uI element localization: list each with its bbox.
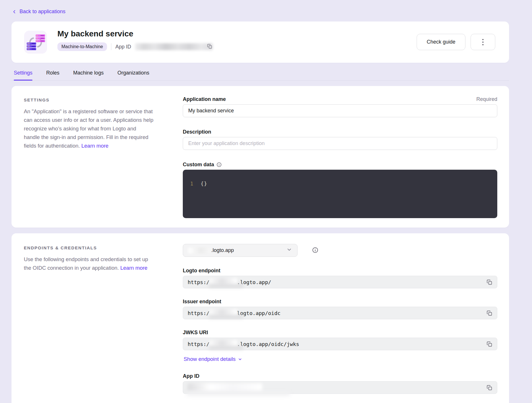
- editor-line: 1 {}: [183, 181, 497, 187]
- more-actions-button[interactable]: [471, 34, 495, 50]
- chevron-down-icon: [286, 247, 292, 254]
- application-meta-row: Machine-to-Machine App ID: [57, 42, 212, 51]
- description-label: Description: [183, 129, 211, 135]
- redaction-smudge: [209, 346, 243, 350]
- settings-section-description: An "Application" is a registered softwar…: [24, 107, 154, 150]
- editor-code: {}: [201, 181, 207, 187]
- application-type-badge: Machine-to-Machine: [57, 42, 107, 51]
- tab-organizations[interactable]: Organizations: [117, 70, 149, 80]
- redaction-smudge: [187, 391, 290, 396]
- header-actions: Check guide: [417, 34, 495, 50]
- chevron-left-icon: [12, 9, 17, 14]
- chevron-down-icon: [238, 357, 242, 361]
- back-to-applications-link[interactable]: Back to applications: [12, 9, 65, 15]
- tab-roles[interactable]: Roles: [46, 70, 59, 80]
- meta-divider: [111, 43, 111, 50]
- issuer-endpoint-field: https:/ logto.app/oidc: [183, 307, 497, 319]
- machine-to-machine-app-icon: [24, 31, 47, 54]
- jwks-uri-label: JWKS URI: [183, 330, 208, 336]
- domain-redacted-value: [188, 248, 211, 253]
- copy-icon[interactable]: [486, 341, 492, 347]
- info-circle-icon[interactable]: [216, 162, 222, 167]
- endpoints-learn-more-link[interactable]: Learn more: [120, 265, 147, 271]
- settings-card: SETTINGS An "Application" is a registere…: [11, 86, 509, 228]
- kebab-menu-icon: [482, 39, 484, 45]
- app-id-redacted-value: [188, 383, 262, 392]
- copy-icon[interactable]: [486, 279, 492, 285]
- domain-select[interactable]: .logto.app: [183, 244, 298, 257]
- app-id-field-label: App ID: [183, 373, 199, 379]
- back-link-label: Back to applications: [20, 9, 65, 15]
- copy-icon[interactable]: [207, 44, 212, 50]
- custom-data-label-row: Custom data: [183, 162, 222, 168]
- application-name-label: Application name: [183, 96, 226, 102]
- editor-line-number: 1: [183, 181, 201, 187]
- show-endpoint-details-link[interactable]: Show endpoint details: [184, 356, 242, 362]
- app-id-label: App ID: [115, 44, 131, 50]
- endpoints-credentials-card: ENDPOINTS & CREDENTIALS Use the followin…: [11, 233, 509, 403]
- tab-settings[interactable]: Settings: [14, 70, 32, 80]
- redaction-smudge: [209, 284, 243, 288]
- custom-data-editor[interactable]: 1 {}: [183, 170, 497, 218]
- settings-learn-more-link[interactable]: Learn more: [81, 143, 109, 149]
- app-id-field: [183, 381, 497, 394]
- domain-select-value: .logto.app: [211, 247, 234, 253]
- application-tabs: Settings Roles Machine logs Organization…: [11, 70, 509, 81]
- jwks-uri-field: https:/ .logto.app/oidc/jwks: [183, 338, 497, 350]
- required-tag: Required: [476, 96, 497, 102]
- copy-icon[interactable]: [486, 385, 492, 391]
- tab-machine-logs[interactable]: Machine logs: [73, 70, 104, 80]
- description-input[interactable]: [183, 137, 497, 150]
- logto-endpoint-label: Logto endpoint: [183, 268, 220, 274]
- application-header-card: My backend service Machine-to-Machine Ap…: [11, 21, 509, 63]
- info-circle-icon[interactable]: [312, 247, 319, 255]
- endpoints-section-description: Use the following endpoints and credenti…: [24, 255, 154, 272]
- redaction-smudge: [209, 315, 243, 319]
- issuer-endpoint-label: Issuer endpoint: [183, 299, 221, 305]
- application-name-input[interactable]: [183, 104, 497, 117]
- copy-icon[interactable]: [486, 310, 492, 316]
- custom-data-label: Custom data: [183, 162, 214, 168]
- settings-section-heading: SETTINGS: [24, 97, 49, 102]
- app-id-redacted-value: [135, 43, 213, 50]
- page-title: My backend service: [57, 29, 133, 38]
- logto-endpoint-field: https:/ .logto.app/: [183, 276, 497, 288]
- check-guide-button[interactable]: Check guide: [417, 34, 465, 50]
- endpoints-section-heading: ENDPOINTS & CREDENTIALS: [24, 245, 97, 250]
